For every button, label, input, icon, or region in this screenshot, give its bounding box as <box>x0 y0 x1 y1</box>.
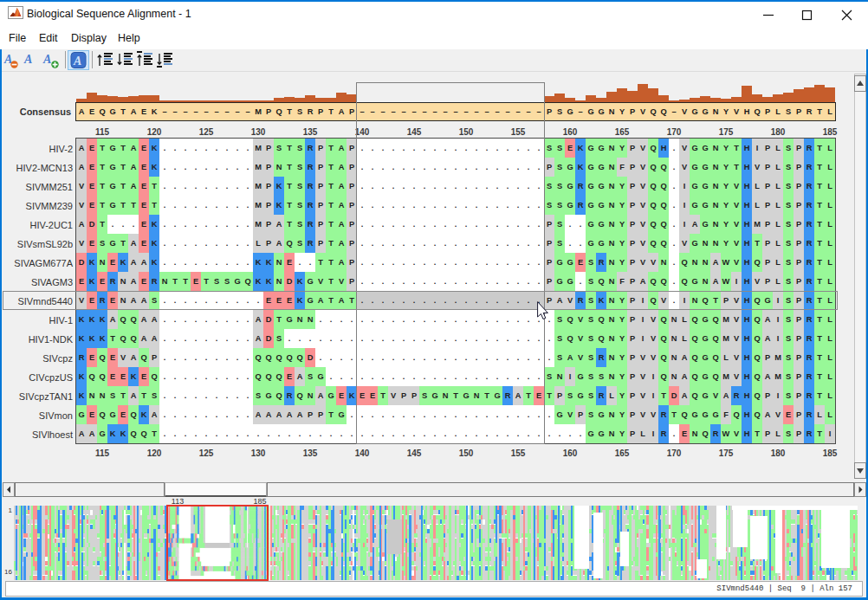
svg-text:A: A <box>42 53 51 66</box>
svg-text:A: A <box>23 53 32 66</box>
svg-text:A: A <box>73 55 81 68</box>
